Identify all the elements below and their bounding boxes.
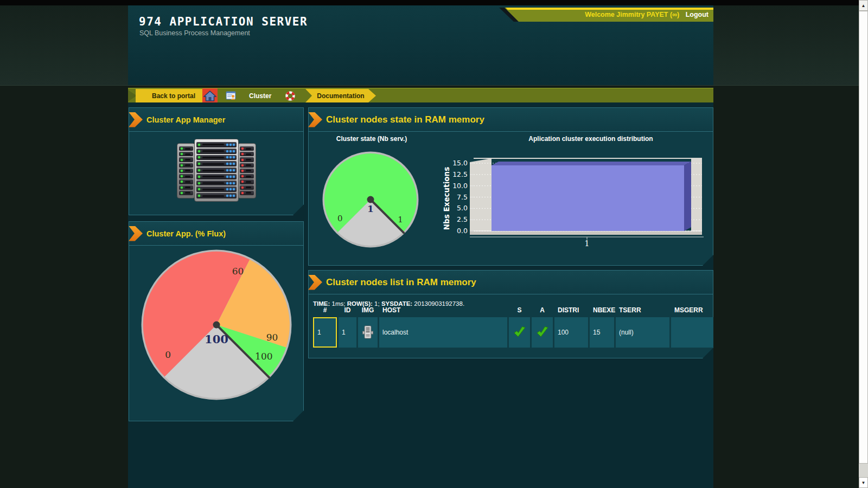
svg-text:1: 1: [367, 203, 374, 214]
orange-arrow-icon: [308, 112, 322, 127]
orange-arrow-icon: [129, 226, 143, 241]
execution-bar-chart: 0.02.55.07.510.012.515.0Nbs Executions1: [443, 155, 706, 252]
svg-text:90: 90: [266, 332, 278, 343]
check-icon: [532, 317, 553, 348]
svg-text:100: 100: [205, 332, 228, 346]
bar-chart-title: Aplication cluster execution distributio…: [471, 135, 710, 143]
svg-text:5.0: 5.0: [457, 204, 468, 212]
panel-cluster-nodes-list-header: Cluster nodes list in RAM memory: [309, 271, 713, 294]
col-img: IMG: [358, 305, 378, 315]
table-header-row: # ID IMG HOST S A DISTRI NBEXE TSERR MSG…: [313, 305, 714, 315]
col-num: #: [313, 305, 337, 315]
home-icon: [203, 89, 216, 102]
svg-text:10.0: 10.0: [452, 182, 468, 190]
section-title: Cluster nodes state in RAM memory: [326, 114, 484, 125]
cell-msgerr: [671, 317, 714, 348]
panel-cluster-app-manager-header: Cluster App Manager: [129, 108, 303, 132]
rack-tower: [177, 143, 195, 198]
svg-text:0: 0: [165, 349, 171, 360]
svg-text:12.5: 12.5: [452, 170, 468, 178]
cell-tserr: (null): [616, 317, 669, 348]
logout-link[interactable]: Logout: [686, 11, 709, 18]
nav-home-button[interactable]: [202, 88, 218, 103]
nav-back-arrow-icon: [128, 90, 137, 101]
svg-text:7.5: 7.5: [457, 193, 468, 201]
col-msgerr: MSGERR: [671, 305, 714, 315]
svg-text:2.5: 2.5: [457, 215, 468, 223]
svg-text:0: 0: [337, 214, 343, 223]
gauge-chart-title: Cluster state (Nb serv.): [309, 135, 435, 143]
welcome-banner: Welcome Jimmitry PAYET (∞) Logout: [499, 8, 713, 22]
col-s: S: [509, 305, 530, 315]
panel-title: Cluster App Manager: [146, 115, 225, 124]
user-list-icon[interactable]: [226, 91, 237, 101]
col-a: A: [532, 305, 553, 315]
scrollbar-thumb[interactable]: [859, 11, 868, 464]
svg-text:100: 100: [255, 351, 272, 362]
svg-text:1: 1: [398, 215, 403, 224]
scrollbar-down-button[interactable]: ▼: [859, 477, 868, 488]
cell-num: 1: [313, 317, 337, 348]
panel-title: Cluster App. (% Flux): [146, 229, 226, 238]
col-id: ID: [339, 305, 356, 315]
cell-nbexe: 15: [590, 317, 614, 348]
nav-bar: Back to portal Cluster Documentation: [128, 88, 713, 104]
col-distri: DISTRI: [554, 305, 588, 315]
rack-tower: [238, 143, 256, 198]
welcome-text: Welcome Jimmitry PAYET (∞): [585, 11, 679, 18]
nav-cluster-label[interactable]: Cluster: [249, 88, 271, 103]
server-icon: [358, 317, 378, 348]
svg-text:60: 60: [232, 266, 244, 277]
svg-text:0.0: 0.0: [457, 227, 468, 235]
panel-cluster-app-manager: Cluster App Manager: [129, 107, 304, 215]
panel-cluster-nodes-state: Cluster nodes state in RAM memory Cluste…: [308, 107, 713, 266]
check-icon: [509, 317, 530, 348]
page: { "header": { "app_title": "974 APPLICAT…: [0, 0, 868, 488]
server-rack-image: [176, 139, 257, 203]
flux-gauge-chart: 06090100100: [129, 246, 304, 424]
scrollbar-up-button[interactable]: ▲: [859, 0, 868, 11]
app-title: 974 APPLICATION SERVER: [139, 15, 308, 28]
cell-distri: 100: [554, 317, 588, 348]
svg-text:Nbs Executions: Nbs Executions: [442, 167, 451, 230]
vertical-scrollbar[interactable]: ▲ ▼: [859, 0, 868, 488]
nav-back-to-portal[interactable]: Back to portal: [136, 89, 212, 102]
section-title: Cluster nodes list in RAM memory: [326, 277, 476, 288]
nav-documentation[interactable]: Documentation: [305, 89, 376, 102]
cell-host: localhost: [379, 317, 507, 348]
col-host: HOST: [379, 305, 507, 315]
orange-arrow-icon: [308, 275, 322, 290]
lifering-icon[interactable]: [285, 91, 296, 101]
panel-cluster-app-flux-header: Cluster App. (% Flux): [129, 222, 303, 246]
rack-tower: [194, 139, 239, 202]
col-tserr: TSERR: [616, 305, 669, 315]
panel-cluster-nodes-state-header: Cluster nodes state in RAM memory: [309, 108, 713, 132]
panel-cluster-nodes-list: Cluster nodes list in RAM memory TIME: 1…: [308, 270, 713, 358]
state-gauge-chart: 011: [320, 149, 423, 256]
cell-id: 1: [339, 317, 356, 348]
svg-text:15.0: 15.0: [452, 159, 468, 167]
col-nbexe: NBEXE: [590, 305, 614, 315]
panel-cluster-app-flux: Cluster App. (% Flux) 06090100100: [129, 221, 304, 421]
orange-arrow-icon: [129, 112, 143, 127]
svg-text:1: 1: [585, 239, 590, 248]
table-row[interactable]: 1 1 localhost 100 15 (null): [313, 317, 714, 348]
top-black-strip: [0, 0, 868, 5]
app-subtitle: SQL Business Process Management: [139, 29, 250, 37]
